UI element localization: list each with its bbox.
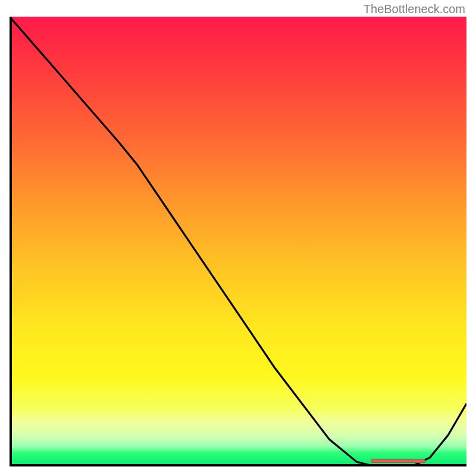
watermark-text: TheBottleneck.com	[364, 2, 465, 16]
chart-plot-area	[10, 17, 466, 466]
chart-line-path	[10, 17, 466, 466]
chart-optimum-marker	[371, 459, 425, 463]
chart-line	[10, 17, 466, 466]
